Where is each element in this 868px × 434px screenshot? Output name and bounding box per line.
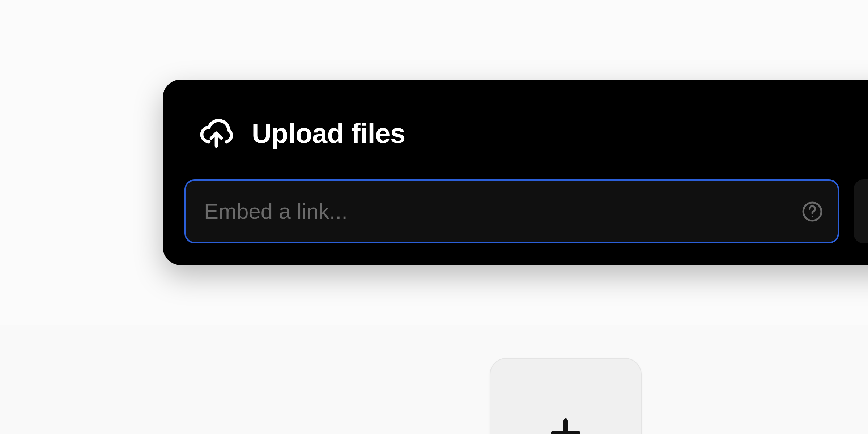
embed-link-field[interactable] [184, 179, 839, 243]
embed-link-input[interactable] [204, 199, 787, 224]
upload-input-row [184, 179, 868, 243]
svg-point-1 [812, 216, 813, 217]
upload-panel: Upload files [163, 80, 868, 265]
upload-header: Upload files [184, 101, 868, 179]
plus-icon [544, 412, 587, 434]
cloud-upload-icon [199, 116, 234, 150]
help-icon[interactable] [801, 201, 823, 222]
page-add-button[interactable] [490, 358, 642, 434]
upload-title: Upload files [252, 118, 405, 149]
panel-add-button[interactable] [854, 179, 868, 243]
